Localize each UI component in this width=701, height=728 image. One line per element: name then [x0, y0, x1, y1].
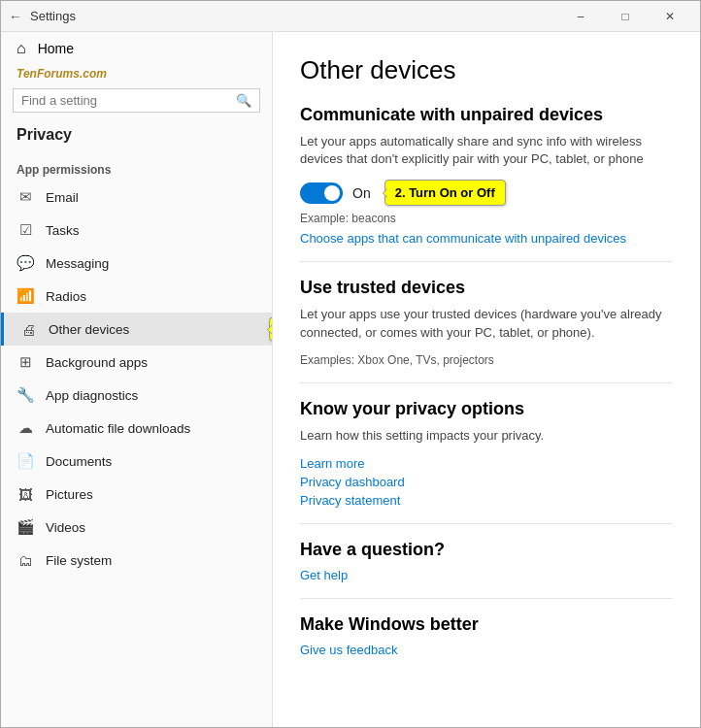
content-area: ⌂ Home TenForums.com 🔍 Privacy App permi…	[1, 32, 700, 727]
privacy-label: Privacy	[1, 120, 272, 153]
sidebar-item-other-devices[interactable]: 🖨 Other devices 1. Click on	[1, 313, 272, 346]
section-privacy: Know your privacy options Learn how this…	[300, 399, 673, 508]
learn-more-link[interactable]: Learn more	[300, 456, 673, 471]
divider-1	[300, 261, 673, 262]
section2-examples: Examples: Xbox One, TVs, projectors	[300, 353, 673, 367]
sidebar-item-messaging[interactable]: 💬 Messaging	[1, 247, 272, 280]
pictures-icon: 🖼	[17, 485, 34, 503]
sidebar-item-label: Background apps	[46, 355, 148, 370]
section2-title: Use trusted devices	[300, 278, 673, 298]
sidebar-item-label: Automatic file downloads	[46, 421, 190, 436]
background-apps-icon: ⊞	[17, 353, 34, 371]
sidebar-item-label: Pictures	[46, 487, 93, 502]
feedback-link[interactable]: Give us feedback	[300, 643, 673, 657]
sidebar-item-label: Messaging	[46, 256, 109, 271]
sidebar-item-label: Videos	[46, 520, 85, 535]
communicate-link[interactable]: Choose apps that can communicate with un…	[300, 231, 673, 246]
get-help-link[interactable]: Get help	[300, 568, 673, 582]
sidebar-item-automatic-file-downloads[interactable]: ☁ Automatic file downloads	[1, 412, 272, 445]
titlebar-left: ← Settings	[9, 9, 76, 24]
sidebar-item-label: Other devices	[49, 322, 129, 337]
app-diagnostics-icon: 🔧	[17, 386, 34, 404]
toggle-knob	[324, 185, 340, 201]
section5-title: Make Windows better	[300, 614, 673, 635]
home-icon: ⌂	[17, 40, 26, 57]
page-title: Other devices	[300, 55, 673, 85]
sidebar-home[interactable]: ⌂ Home	[1, 32, 272, 65]
email-icon: ✉	[17, 188, 34, 206]
close-button[interactable]: ✕	[648, 1, 692, 32]
back-icon[interactable]: ←	[9, 9, 22, 24]
maximize-button[interactable]: □	[603, 1, 648, 32]
callout-2: 2. Turn On or Off	[384, 180, 506, 206]
sidebar-item-pictures[interactable]: 🖼 Pictures	[1, 478, 272, 511]
radios-icon: 📶	[17, 287, 34, 305]
sidebar-item-background-apps[interactable]: ⊞ Background apps	[1, 346, 272, 379]
documents-icon: 📄	[17, 452, 34, 470]
privacy-dashboard-link[interactable]: Privacy dashboard	[300, 475, 673, 489]
sidebar: ⌂ Home TenForums.com 🔍 Privacy App permi…	[1, 32, 273, 727]
minimize-button[interactable]: –	[558, 1, 603, 32]
sidebar-item-label: Radios	[46, 289, 86, 304]
home-label: Home	[38, 41, 74, 56]
sidebar-item-documents[interactable]: 📄 Documents	[1, 445, 272, 478]
toggle-row: On 2. Turn On or Off	[300, 180, 673, 206]
section1-desc: Let your apps automatically share and sy…	[300, 133, 673, 168]
sidebar-item-label: App diagnostics	[46, 388, 138, 403]
section2-desc: Let your apps use your trusted devices (…	[300, 306, 673, 341]
titlebar-title: Settings	[30, 9, 76, 23]
section3-desc: Learn how this setting impacts your priv…	[300, 427, 673, 445]
sidebar-item-label: Email	[46, 190, 79, 205]
titlebar: ← Settings – □ ✕	[1, 1, 700, 32]
watermark: TenForums.com	[1, 65, 272, 84]
app-window: ← Settings – □ ✕ ⌂ Home TenForums.com 🔍 …	[0, 0, 701, 728]
toggle-label: On	[352, 185, 371, 201]
videos-icon: 🎬	[17, 518, 34, 536]
sidebar-item-app-diagnostics[interactable]: 🔧 App diagnostics	[1, 379, 272, 412]
example-text: Example: beacons	[300, 212, 673, 225]
automatic-file-downloads-icon: ☁	[17, 419, 34, 437]
divider-4	[300, 598, 673, 599]
tasks-icon: ☑	[17, 221, 34, 239]
sidebar-item-radios[interactable]: 📶 Radios	[1, 280, 272, 313]
sidebar-item-email[interactable]: ✉ Email	[1, 181, 272, 214]
main-content: Other devices Communicate with unpaired …	[273, 32, 700, 727]
sidebar-item-label: Documents	[46, 454, 112, 469]
sidebar-item-label: Tasks	[46, 223, 80, 238]
titlebar-controls: – □ ✕	[558, 1, 692, 32]
sidebar-item-videos[interactable]: 🎬 Videos	[1, 511, 272, 544]
app-permissions-label: App permissions	[1, 153, 272, 181]
divider-2	[300, 382, 673, 383]
search-icon: 🔍	[236, 93, 251, 108]
sidebar-item-file-system[interactable]: 🗂 File system	[1, 544, 272, 577]
privacy-statement-link[interactable]: Privacy statement	[300, 493, 673, 508]
section4-title: Have a question?	[300, 540, 673, 560]
section-question: Have a question? Get help	[300, 540, 673, 582]
section-feedback: Make Windows better Give us feedback	[300, 614, 673, 657]
messaging-icon: 💬	[17, 254, 34, 272]
divider-3	[300, 523, 673, 524]
file-system-icon: 🗂	[17, 551, 34, 569]
search-input[interactable]	[21, 93, 236, 108]
sidebar-item-label: File system	[46, 553, 112, 568]
section3-title: Know your privacy options	[300, 399, 673, 419]
other-devices-icon: 🖨	[19, 320, 37, 338]
section1-title: Communicate with unpaired devices	[300, 105, 673, 125]
section-communicate: Communicate with unpaired devices Let yo…	[300, 105, 673, 246]
section-trusted: Use trusted devices Let your apps use yo…	[300, 278, 673, 366]
communicate-toggle[interactable]	[300, 182, 343, 204]
sidebar-item-tasks[interactable]: ☑ Tasks	[1, 214, 272, 247]
search-box[interactable]: 🔍	[13, 88, 260, 113]
